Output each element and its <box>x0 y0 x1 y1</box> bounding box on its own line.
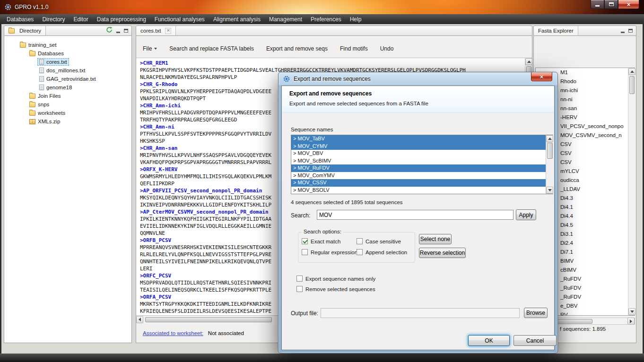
directory-panel-icons <box>106 26 131 35</box>
sequence-list-item[interactable]: > MOV_RuFDV <box>291 164 553 172</box>
checkbox-box <box>357 238 363 244</box>
folder-icon <box>20 43 26 48</box>
maximize-panel-icon[interactable] <box>124 29 128 33</box>
search-options-group <box>298 232 415 263</box>
case-sensitive-checkbox[interactable]: Case sensitive <box>357 238 401 244</box>
menu-item[interactable]: Alignment analysis <box>209 14 265 24</box>
scroll-down-button[interactable] <box>628 308 635 315</box>
tree-item-snps[interactable]: snps <box>4 100 131 109</box>
regular-expression-checkbox[interactable]: Regular expression <box>302 249 357 255</box>
scroll-up-button[interactable] <box>525 58 532 65</box>
ok-button[interactable]: OK <box>468 335 510 346</box>
menu-item[interactable]: Editor <box>69 14 92 24</box>
export-names-only-checkbox[interactable]: Export sequence names only <box>296 276 375 282</box>
tab-label: Directory <box>19 28 41 34</box>
remove-selected-checkbox[interactable]: Remove selected sequences <box>296 286 375 292</box>
select-none-button[interactable]: Select none <box>419 234 452 244</box>
tab-fasta-explorer[interactable]: Fasta Explorer <box>534 26 578 35</box>
dialog-body: Export and remove sequences Export and r… <box>281 86 555 350</box>
sequence-list-item[interactable]: > MOV_TaBV <box>291 135 553 143</box>
append-selection-checkbox[interactable]: Append selection <box>357 249 407 255</box>
arrow-up-icon <box>527 60 531 63</box>
tree-item-worksheets[interactable]: worksheets <box>4 109 131 117</box>
tree-item-join-files[interactable]: Join Files <box>4 92 131 100</box>
tree-item-gag-retroviridae[interactable]: GAG_retroviridae.txt <box>4 75 131 83</box>
menu-item[interactable]: Directory <box>38 14 69 24</box>
fasta-list-vertical-scrollbar[interactable] <box>628 68 635 315</box>
tab-close-icon[interactable]: × <box>165 28 171 34</box>
arrow-left-icon <box>139 318 141 321</box>
menu-item[interactable]: Help <box>346 14 366 24</box>
output-file-label: Output file: <box>291 310 318 317</box>
menu-item[interactable]: Functional analyses <box>150 14 209 24</box>
search-input[interactable] <box>317 210 513 220</box>
arrow-right-icon <box>630 319 632 323</box>
dialog-close-button[interactable]: × <box>531 72 552 81</box>
maximize-panel-icon[interactable] <box>628 29 633 33</box>
dialog-titlebar[interactable]: Export and remove sequences <box>278 72 557 86</box>
sequence-list-scrollbar[interactable] <box>546 135 553 194</box>
cancel-button[interactable]: Cancel <box>513 335 557 346</box>
file-menu-button[interactable]: File <box>143 45 157 52</box>
scrollbar-thumb[interactable] <box>556 319 592 324</box>
sequence-list-item[interactable]: > MOV_DBV <box>291 150 553 157</box>
export-remove-button[interactable]: Export and remove seqs <box>266 45 328 52</box>
output-file-input[interactable] <box>321 308 520 318</box>
close-icon: × <box>540 73 544 80</box>
minimize-button[interactable] <box>591 0 604 9</box>
minimize-panel-icon[interactable] <box>116 32 120 33</box>
sequence-list[interactable]: > MOV_TaBV> MOV_CYMV> MOV_DBV> MOV_ScBIM… <box>291 135 553 194</box>
tree-item-dos-millones[interactable]: dos_millones.txt <box>4 66 131 75</box>
scroll-up-button[interactable] <box>546 135 553 142</box>
menu-item[interactable]: Databases <box>2 14 38 24</box>
undo-button[interactable]: Undo <box>380 45 394 52</box>
menu-item[interactable]: Data preprocessing <box>93 14 150 24</box>
scroll-left-button[interactable] <box>136 316 143 323</box>
maximize-button[interactable] <box>604 0 618 9</box>
minimize-panel-icon[interactable] <box>621 32 625 33</box>
folder-icon <box>29 111 35 116</box>
tree-item-training-set[interactable]: training_set <box>4 41 131 49</box>
associated-worksheet-link[interactable]: Associated to worksheet: <box>143 330 203 336</box>
menu-item[interactable]: Management <box>265 14 306 24</box>
minimize-icon <box>595 5 600 7</box>
window-titlebar[interactable]: GPRO v1.1.0 × <box>0 0 644 14</box>
sequence-list-item[interactable]: > MOV_CSSV <box>291 179 553 187</box>
menu-bar: DatabasesDirectoryEditorData preprocessi… <box>0 14 644 24</box>
menu-item[interactable]: Preferences <box>306 14 346 24</box>
sequence-list-item[interactable]: > MOV_ScBIMV <box>291 157 553 165</box>
tree-item-label: genome18 <box>46 85 72 90</box>
scrollbar-thumb[interactable] <box>145 317 272 322</box>
tree-item-cores-txt[interactable]: cores.txt <box>4 58 131 66</box>
scrollbar-thumb[interactable] <box>629 76 635 94</box>
apply-button[interactable]: Apply <box>516 209 536 220</box>
fasta-panel-icons <box>621 29 636 33</box>
find-motifs-button[interactable]: Find motifs <box>340 45 368 52</box>
scroll-down-button[interactable] <box>546 187 553 194</box>
checkbox-box <box>296 276 303 282</box>
sequence-list-item[interactable]: > MOV_CYMV <box>291 143 553 150</box>
search-options-label: Search options: <box>302 229 343 234</box>
tree-item-databases[interactable]: Databases <box>4 49 131 58</box>
scroll-up-button[interactable] <box>628 68 635 75</box>
tree-item-genome18[interactable]: genome18 <box>4 83 131 92</box>
scrollbar-thumb[interactable] <box>547 143 553 159</box>
reverse-selection-button[interactable]: Reverse selection <box>419 248 466 258</box>
file-icon <box>39 68 44 73</box>
sequence-list-item[interactable]: > MOV_BSOLV <box>291 187 553 194</box>
tree-item-xmls-zip[interactable]: XMLs.zip <box>4 117 131 126</box>
tree-item-label: snps <box>38 102 49 107</box>
gear-icon <box>4 3 12 11</box>
scroll-right-button[interactable] <box>627 318 635 325</box>
tree-item-label: GAG_retroviridae.txt <box>46 76 96 82</box>
tab-cores-txt[interactable]: cores.txt × <box>136 26 176 35</box>
sequence-list-item[interactable]: > MOV_ComYMV <box>291 172 553 180</box>
exact-match-checkbox[interactable]: Exact match <box>302 238 340 244</box>
close-button[interactable]: × <box>618 0 639 9</box>
tab-directory[interactable]: Directory <box>4 26 46 35</box>
checkbox-label: Regular expression <box>311 250 357 255</box>
search-replace-button[interactable]: Search and replace FASTA labels <box>169 45 254 52</box>
window-controls: × <box>591 0 639 9</box>
refresh-icon[interactable] <box>106 26 113 35</box>
browse-button[interactable]: Browse <box>524 308 548 318</box>
